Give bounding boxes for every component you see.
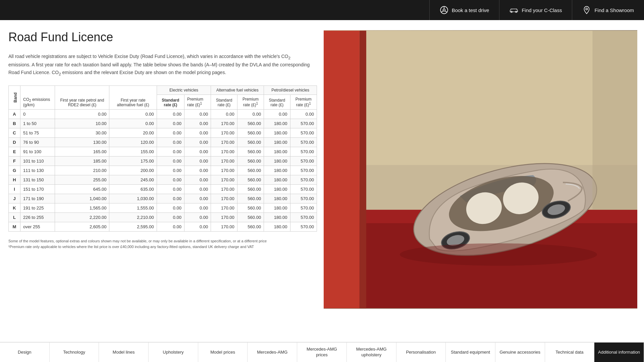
co2-cell: over 255 <box>20 222 55 232</box>
pd-std-cell: 180.00 <box>264 175 290 185</box>
ev-prem-cell: 0.00 <box>184 185 211 194</box>
afv-prem-header: Premium rate (£)1 <box>237 95 264 110</box>
pd-header: Petrol/diesel vehicles <box>264 86 317 95</box>
petrol-cell: 2,605.00 <box>55 222 109 232</box>
svg-rect-12 <box>324 31 360 308</box>
pd-std-cell: 180.00 <box>264 119 290 128</box>
svg-rect-9 <box>324 31 637 165</box>
pd-std-cell: 180.00 <box>264 194 290 203</box>
petrol-cell: 10.00 <box>55 119 109 128</box>
header: Book a test drive Find your C-Class Find… <box>0 0 644 20</box>
petrol-cell: 1,040.00 <box>55 194 109 203</box>
pd-prem-cell: 570.00 <box>290 157 317 166</box>
pd-std-header: Standard rate (£) <box>264 95 290 110</box>
afv-prem-cell: 560.00 <box>237 203 264 213</box>
pd-prem-cell: 570.00 <box>290 138 317 147</box>
afv-prem-cell: 560.00 <box>237 128 264 138</box>
alt-fuel-cell: 20.00 <box>109 128 157 138</box>
band-cell: K <box>9 203 20 213</box>
ev-prem-cell: 0.00 <box>184 157 211 166</box>
svg-point-22 <box>400 243 597 266</box>
co2-cell: 151 to 170 <box>20 185 55 194</box>
afv-std-cell: 170.00 <box>211 185 237 194</box>
nav-model-prices[interactable]: Model prices <box>198 343 248 362</box>
nav-model-lines[interactable]: Model lines <box>99 343 149 362</box>
afv-prem-cell: 560.00 <box>237 119 264 128</box>
pd-std-cell: 180.00 <box>264 222 290 232</box>
petrol-cell: 2,220.00 <box>55 213 109 222</box>
ev-std-cell: 0.00 <box>157 185 184 194</box>
table-row: L 226 to 255 2,220.00 2,210.00 0.00 0.00… <box>9 213 317 222</box>
ev-std-cell: 0.00 <box>157 213 184 222</box>
petrol-header: First year rate petrol and RDE2 diesel (… <box>55 86 109 110</box>
table-row: B 1 to 50 10.00 0.00 0.00 0.00 170.00 56… <box>9 119 317 128</box>
band-cell: A <box>9 110 20 119</box>
afv-prem-cell: 560.00 <box>237 138 264 147</box>
nav-additional-information[interactable]: Additional information <box>594 343 644 362</box>
band-cell: M <box>9 222 20 232</box>
svg-point-7 <box>586 8 588 10</box>
afv-prem-cell: 560.00 <box>237 194 264 203</box>
svg-rect-13 <box>360 31 366 308</box>
footnote-2: ¹Premium rate only applicable to vehicle… <box>8 244 317 250</box>
petrol-cell: 255.00 <box>55 175 109 185</box>
co2-cell: 76 to 90 <box>20 138 55 147</box>
nav-amg-prices[interactable]: Mercedes-AMG prices <box>297 343 347 362</box>
nav-design[interactable]: Design <box>0 343 50 362</box>
afv-prem-cell: 560.00 <box>237 166 264 175</box>
find-c-class-button[interactable]: Find your C-Class <box>499 0 572 20</box>
table-row: K 191 to 225 1,565.00 1,555.00 0.00 0.00… <box>9 203 317 213</box>
co2-cell: 0 <box>20 110 55 119</box>
nav-amg-upholstery[interactable]: Mercedes-AMG upholstery <box>347 343 396 362</box>
petrol-cell: 1,565.00 <box>55 203 109 213</box>
nav-technology[interactable]: Technology <box>50 343 99 362</box>
pd-std-cell: 180.00 <box>264 128 290 138</box>
afv-std-cell: 170.00 <box>211 222 237 232</box>
petrol-cell: 0.00 <box>55 110 109 119</box>
petrol-cell: 130.00 <box>55 138 109 147</box>
alt-fuel-cell: 635.00 <box>109 185 157 194</box>
band-cell: L <box>9 213 20 222</box>
nav-standard-equipment[interactable]: Standard equipment <box>446 343 495 362</box>
pd-std-cell: 180.00 <box>264 147 290 157</box>
nav-personalisation[interactable]: Personalisation <box>396 343 446 362</box>
afv-std-cell: 170.00 <box>211 166 237 175</box>
afv-prem-cell: 560.00 <box>237 175 264 185</box>
pd-prem-cell: 570.00 <box>290 194 317 203</box>
table-row: A 0 0.00 0.00 0.00 0.00 0.00 0.00 0.00 0… <box>9 110 317 119</box>
ev-std-cell: 0.00 <box>157 147 184 157</box>
afv-std-cell: 170.00 <box>211 194 237 203</box>
ev-std-header: Standard rate (£) <box>157 95 184 110</box>
nav-genuine-accessories[interactable]: Genuine accessories <box>495 343 545 362</box>
afv-std-cell: 170.00 <box>211 138 237 147</box>
page-title: Road Fund Licence <box>8 30 317 44</box>
table-row: F 101 to 110 185.00 175.00 0.00 0.00 170… <box>9 157 317 166</box>
afv-prem-cell: 560.00 <box>237 185 264 194</box>
pd-std-cell: 180.00 <box>264 213 290 222</box>
alt-fuel-cell: 175.00 <box>109 157 157 166</box>
band-cell: B <box>9 119 20 128</box>
nav-upholstery[interactable]: Upholstery <box>149 343 198 362</box>
afv-std-cell: 0.00 <box>211 110 237 119</box>
nav-mercedes-amg[interactable]: Mercedes-AMG <box>248 343 297 362</box>
afv-prem-cell: 560.00 <box>237 157 264 166</box>
svg-rect-23 <box>592 31 637 209</box>
road-fund-table-wrapper: Band CO2 emissions (g/km) First year rat… <box>8 85 317 232</box>
find-showroom-button[interactable]: Find a Showroom <box>572 0 644 20</box>
pd-prem-cell: 570.00 <box>290 175 317 185</box>
pd-std-cell: 180.00 <box>264 203 290 213</box>
afv-prem-cell: 560.00 <box>237 213 264 222</box>
co2-cell: 226 to 255 <box>20 213 55 222</box>
pd-prem-header: Premium rate (£)1 <box>290 95 317 110</box>
table-row: G 111 to 130 210.00 200.00 0.00 0.00 170… <box>9 166 317 175</box>
find-c-class-label: Find your C-Class <box>522 7 562 13</box>
book-test-drive-label: Book a test drive <box>452 7 489 13</box>
band-cell: E <box>9 147 20 157</box>
afv-std-cell: 170.00 <box>211 175 237 185</box>
book-test-drive-button[interactable]: Book a test drive <box>429 0 499 20</box>
main-content: Road Fund Licence All road vehicle regis… <box>0 20 644 315</box>
nav-technical-data[interactable]: Technical data <box>545 343 595 362</box>
ev-prem-cell: 0.00 <box>184 110 211 119</box>
ev-std-cell: 0.00 <box>157 222 184 232</box>
car-image <box>324 30 637 309</box>
